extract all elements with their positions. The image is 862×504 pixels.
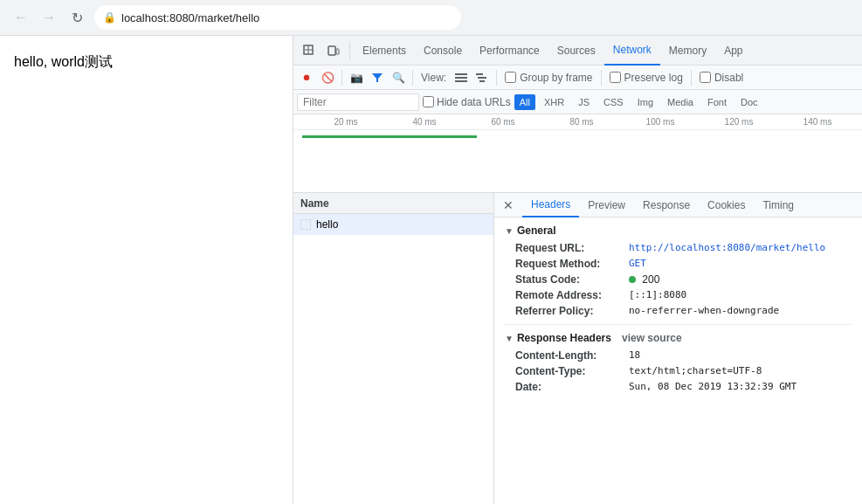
response-headers-section-title: Response Headers <box>517 332 611 344</box>
devtools-panel: Elements Console Performance Sources Net… <box>293 36 862 504</box>
general-section-header[interactable]: ▼ General <box>505 224 852 237</box>
remote-address-row: Remote Address: [::1]:8080 <box>505 289 852 301</box>
section-divider-1 <box>505 324 852 325</box>
detail-tab-cookies[interactable]: Cookies <box>699 193 754 217</box>
date-value: Sun, 08 Dec 2019 13:32:39 GMT <box>629 381 796 392</box>
group-by-frame-checkbox[interactable] <box>505 72 516 83</box>
detail-tab-preview[interactable]: Preview <box>579 193 634 217</box>
search-button[interactable]: 🔍 <box>389 68 408 87</box>
disable-cache-checkbox[interactable] <box>700 72 711 83</box>
toolbar-sep-3 <box>496 70 497 86</box>
content-length-row: Content-Length: 18 <box>505 349 852 362</box>
page-content: hello, world测试 Elements <box>0 36 862 504</box>
hide-data-urls-label[interactable]: Hide data URLs <box>423 96 511 108</box>
content-type-key: Content-Type: <box>515 365 629 377</box>
view-list-button[interactable] <box>452 68 471 87</box>
detail-tabs: ✕ Headers Preview Response Cookies Timin… <box>494 193 862 217</box>
back-button[interactable]: ← <box>10 7 31 28</box>
response-headers-section-header[interactable]: ▼ Response Headers view source <box>505 332 852 344</box>
svg-rect-4 <box>336 49 339 54</box>
request-method-value: GET <box>629 258 646 269</box>
detail-panel: ✕ Headers Preview Response Cookies Timin… <box>494 193 862 504</box>
response-headers-triangle-icon: ▼ <box>505 334 514 343</box>
referrer-policy-value: no-referrer-when-downgrade <box>629 305 779 316</box>
status-code-value: 200 <box>629 273 659 286</box>
record-button[interactable]: ⏺ <box>297 68 316 87</box>
tab-performance[interactable]: Performance <box>471 36 548 66</box>
filter-type-xhr[interactable]: XHR <box>539 94 569 110</box>
tab-sources[interactable]: Sources <box>548 36 604 66</box>
inspect-element-button[interactable] <box>297 38 321 63</box>
filter-button[interactable] <box>368 68 387 87</box>
detail-close-button[interactable]: ✕ <box>498 195 519 216</box>
svg-rect-7 <box>455 77 467 79</box>
page-main: hello, world测试 <box>0 36 293 504</box>
devtools-tab-bar: Elements Console Performance Sources Net… <box>293 36 862 66</box>
remote-address-value: [::1]:8080 <box>629 289 686 300</box>
group-by-frame-label[interactable]: Group by frame <box>501 72 596 84</box>
forward-button[interactable]: → <box>38 7 59 28</box>
request-list: Name hello <box>293 193 494 504</box>
device-toolbar-button[interactable] <box>321 38 346 63</box>
screenshot-button[interactable]: 📷 <box>347 68 366 87</box>
preserve-log-label[interactable]: Preserve log <box>606 72 686 84</box>
page-hello-text: hello, world测试 <box>14 53 279 72</box>
svg-marker-5 <box>372 73 383 82</box>
svg-rect-8 <box>455 80 467 82</box>
detail-tab-headers[interactable]: Headers <box>522 193 579 217</box>
remote-address-key: Remote Address: <box>515 289 629 301</box>
request-url-row: Request URL: http://localhost:8080/marke… <box>505 242 852 254</box>
svg-rect-11 <box>479 80 485 82</box>
browser-chrome: ← → ↻ 🔒 localhost:8080/market/hello <box>0 0 862 36</box>
svg-rect-3 <box>328 46 335 55</box>
request-item[interactable]: hello <box>293 214 493 235</box>
tab-separator-1 <box>349 42 350 59</box>
view-waterfall-button[interactable] <box>472 68 492 87</box>
detail-content: ▼ General Request URL: http://localhost:… <box>494 217 862 404</box>
request-method-key: Request Method: <box>515 258 629 270</box>
hide-data-urls-checkbox[interactable] <box>423 96 434 107</box>
preserve-log-checkbox[interactable] <box>610 72 621 83</box>
disable-cache-label[interactable]: Disabl <box>696 72 747 84</box>
toolbar-sep-2 <box>412 70 413 86</box>
timeline-green-bar <box>302 135 477 138</box>
filter-type-font[interactable]: Font <box>702 94 732 110</box>
date-row: Date: Sun, 08 Dec 2019 13:32:39 GMT <box>505 381 852 393</box>
general-section-title: General <box>517 224 556 237</box>
address-bar-container[interactable]: 🔒 localhost:8080/market/hello <box>94 5 461 30</box>
content-length-key: Content-Length: <box>515 349 629 362</box>
timeline-mark-60ms: 60 ms <box>491 117 514 127</box>
detail-tab-timing[interactable]: Timing <box>754 193 803 217</box>
filter-type-js[interactable]: JS <box>573 94 595 110</box>
timeline-mark-20ms: 20 ms <box>334 117 357 127</box>
tab-elements[interactable]: Elements <box>354 36 415 66</box>
request-name: hello <box>316 218 338 231</box>
request-checkbox[interactable] <box>300 219 311 230</box>
filter-type-css[interactable]: CSS <box>598 94 629 110</box>
timeline-mark-80ms: 80 ms <box>569 117 593 127</box>
filter-type-all[interactable]: All <box>514 94 535 110</box>
content-type-row: Content-Type: text/html;charset=UTF-8 <box>505 365 852 377</box>
tab-console[interactable]: Console <box>415 36 471 66</box>
toolbar-sep-4 <box>601 70 602 86</box>
tab-memory[interactable]: Memory <box>660 36 715 66</box>
filter-type-img[interactable]: Img <box>632 94 659 110</box>
filter-input[interactable] <box>297 93 419 111</box>
address-text: localhost:8080/market/hello <box>121 11 259 24</box>
status-dot-icon <box>629 276 636 283</box>
filter-bar: Hide data URLs All XHR JS CSS Img Media … <box>293 90 862 114</box>
reload-button[interactable]: ↻ <box>66 7 87 28</box>
filter-type-media[interactable]: Media <box>662 94 699 110</box>
tab-network[interactable]: Network <box>604 36 660 66</box>
status-code-row: Status Code: 200 <box>505 273 852 286</box>
detail-tab-response[interactable]: Response <box>634 193 699 217</box>
content-type-value: text/html;charset=UTF-8 <box>629 365 762 376</box>
svg-rect-9 <box>476 73 483 75</box>
toolbar-sep-1 <box>341 70 342 86</box>
view-source-link[interactable]: view source <box>622 332 682 344</box>
timeline-mark-120ms: 120 ms <box>725 117 754 127</box>
referrer-policy-row: Referrer Policy: no-referrer-when-downgr… <box>505 305 852 317</box>
tab-app[interactable]: App <box>715 36 751 66</box>
filter-type-doc[interactable]: Doc <box>735 94 763 110</box>
clear-button[interactable]: 🚫 <box>318 68 337 87</box>
